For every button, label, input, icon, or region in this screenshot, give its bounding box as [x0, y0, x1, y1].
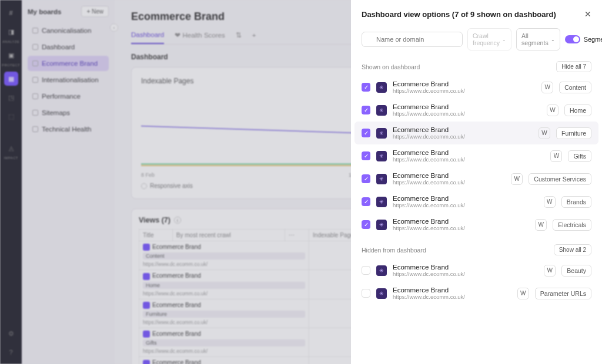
- checkbox-icon[interactable]: ✓: [362, 220, 370, 229]
- frequency-chip[interactable]: W: [541, 82, 553, 93]
- view-row[interactable]: ✓✳Ecommerce Brandhttps://www.dc.ecomm.co…: [354, 213, 598, 236]
- site-favicon: ✳: [376, 220, 387, 230]
- site-favicon: ✳: [376, 82, 387, 93]
- site-favicon: ✳: [376, 174, 387, 184]
- frequency-chip[interactable]: W: [539, 127, 550, 139]
- checkbox-icon[interactable]: ✓: [362, 174, 370, 183]
- view-row[interactable]: ✓✳Ecommerce Brandhttps://www.dc.ecomm.co…: [354, 76, 598, 99]
- checkbox-icon[interactable]: ✓: [362, 197, 370, 206]
- segment-chip[interactable]: Electricals: [553, 219, 591, 231]
- close-icon[interactable]: ✕: [584, 9, 591, 19]
- view-row[interactable]: ✓✳Ecommerce Brandhttps://www.dc.ecomm.co…: [354, 144, 598, 167]
- site-favicon: ✳: [376, 105, 387, 116]
- view-row[interactable]: ✳Ecommerce Brandhttps://www.dc.ecomm.co.…: [354, 259, 598, 282]
- frequency-chip[interactable]: W: [517, 288, 529, 299]
- checkbox-icon[interactable]: ✓: [362, 83, 370, 92]
- frequency-chip[interactable]: W: [544, 196, 556, 208]
- frequency-chip[interactable]: W: [544, 265, 556, 277]
- hidden-section-label: Hidden from dashboard: [362, 247, 426, 254]
- segment-chip[interactable]: Parameter URLs: [535, 288, 591, 299]
- segment-chip[interactable]: Gifts: [568, 150, 591, 162]
- frequency-chip[interactable]: W: [550, 150, 562, 162]
- site-favicon: ✳: [376, 288, 387, 299]
- checkbox-icon[interactable]: [362, 289, 370, 298]
- segments-toggle[interactable]: Segments: [565, 35, 602, 43]
- checkbox-icon[interactable]: ✓: [362, 129, 370, 137]
- segment-chip[interactable]: Home: [564, 105, 591, 116]
- segment-chip[interactable]: Content: [559, 82, 591, 93]
- frequency-chip[interactable]: W: [511, 173, 523, 185]
- segment-chip[interactable]: Furniture: [556, 127, 591, 139]
- view-row[interactable]: ✓✳Ecommerce Brandhttps://www.dc.ecomm.co…: [354, 190, 598, 213]
- segments-select[interactable]: All segments⌄: [516, 28, 560, 50]
- search-input[interactable]: [362, 32, 463, 47]
- checkbox-icon[interactable]: [362, 266, 370, 275]
- panel-title: Dashboard view options (7 of 9 shown on …: [362, 10, 556, 19]
- view-row[interactable]: ✳Ecommerce Brandhttps://www.dc.ecomm.co.…: [354, 282, 598, 305]
- segment-chip[interactable]: Beauty: [561, 265, 591, 277]
- frequency-chip[interactable]: W: [535, 219, 547, 231]
- crawl-frequency-select[interactable]: Crawl frequency⌄: [467, 28, 511, 50]
- segment-chip[interactable]: Customer Services: [529, 173, 591, 185]
- hide-all-button[interactable]: Hide all 7: [556, 61, 591, 72]
- view-row[interactable]: ✓✳Ecommerce Brandhttps://www.dc.ecomm.co…: [354, 99, 598, 122]
- view-row[interactable]: ✓✳Ecommerce Brandhttps://www.dc.ecomm.co…: [354, 167, 598, 190]
- site-favicon: ✳: [376, 197, 387, 207]
- segment-chip[interactable]: Brands: [561, 196, 591, 208]
- view-row[interactable]: ✓✳Ecommerce Brandhttps://www.dc.ecomm.co…: [354, 122, 598, 144]
- site-favicon: ✳: [376, 151, 387, 161]
- dashboard-options-panel: Dashboard view options (7 of 9 shown on …: [351, 0, 602, 364]
- site-favicon: ✳: [376, 265, 387, 276]
- checkbox-icon[interactable]: ✓: [362, 151, 370, 160]
- site-favicon: ✳: [376, 128, 387, 139]
- show-all-button[interactable]: Show all 2: [554, 244, 591, 255]
- checkbox-icon[interactable]: ✓: [362, 106, 370, 114]
- shown-section-label: Shown on dashboard: [362, 63, 420, 70]
- frequency-chip[interactable]: W: [547, 105, 558, 116]
